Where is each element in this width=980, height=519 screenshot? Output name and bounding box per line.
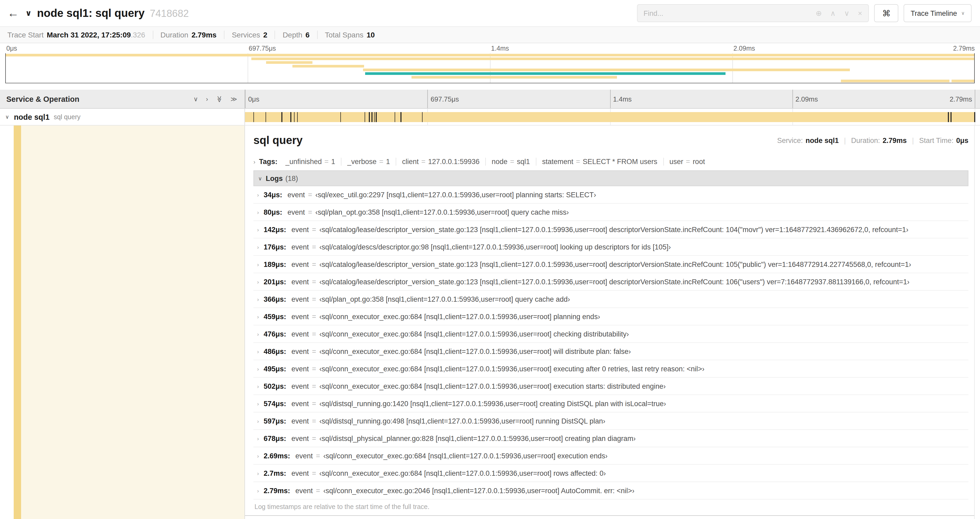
find-input[interactable] [638, 9, 809, 17]
summary-item: Duration2.79ms [161, 30, 224, 39]
tag-key: client [402, 158, 418, 166]
minimap-span [365, 72, 725, 75]
tag-value: 1 [386, 158, 390, 166]
find-nav-controls: ⊕∧∨× [809, 9, 869, 18]
summary-item-value: March 31 2022, 17:25:09 [47, 30, 130, 39]
tag-equals: = [379, 158, 383, 166]
minimap-viewport-handle-left[interactable] [5, 53, 6, 83]
back-button[interactable]: ← [7, 6, 19, 20]
log-entry[interactable]: ›495μs:event=‹sql/conn_executor_exec.go:… [253, 360, 969, 378]
log-expand-icon: › [257, 488, 259, 493]
minimap-scrubber[interactable] [5, 53, 975, 83]
clear-find-icon[interactable]: × [858, 9, 862, 18]
log-marker [265, 112, 266, 122]
expand-one-icon[interactable]: › [206, 95, 208, 102]
tag-item: _verbose=1 [341, 158, 396, 166]
minimap-span [251, 57, 975, 60]
log-field-value: ‹sql/catalog/lease/descriptor_version_st… [319, 278, 909, 286]
log-field-key: event [291, 225, 309, 233]
minimap-viewport-handle-right[interactable] [974, 53, 975, 83]
log-entry[interactable]: ›2.7ms:event=‹sql/conn_executor_exec.go:… [253, 465, 969, 482]
minimap-tick-labels: 0μs697.75μs1.4ms2.09ms2.79ms [5, 44, 975, 53]
meta-value: node sql1 [806, 136, 839, 144]
log-timestamp: 476μs: [264, 330, 286, 338]
prev-match-icon[interactable]: ∧ [830, 9, 836, 18]
log-field-key: event [295, 487, 313, 495]
log-entry[interactable]: ›142μs:event=‹sql/catalog/lease/descript… [253, 221, 969, 238]
log-field-key: event [287, 208, 305, 216]
span-row[interactable]: ∨ node sql1 sql query [0, 109, 980, 126]
log-entry[interactable]: ›502μs:event=‹sql/conn_executor_exec.go:… [253, 378, 969, 395]
trace-minimap: 0μs697.75μs1.4ms2.09ms2.79ms [5, 44, 975, 83]
expand-all-icon[interactable]: ≫ [231, 95, 237, 102]
log-entry[interactable]: ›574μs:event=‹sql/distsql_running.go:142… [253, 395, 969, 412]
span-detail-panel: sql query Service:node sql1|Duration:2.7… [245, 126, 975, 516]
log-entry[interactable]: ›486μs:event=‹sql/conn_executor_exec.go:… [253, 343, 969, 360]
tag-item: node=sql1 [486, 158, 536, 166]
tag-key: user [670, 158, 683, 166]
log-field-key: event [287, 191, 305, 199]
timeline-right-border [974, 126, 975, 519]
log-entry[interactable]: ›476μs:event=‹sql/conn_executor_exec.go:… [253, 326, 969, 343]
span-name-cell[interactable]: ∨ node sql1 sql query [0, 109, 245, 125]
minimap-span [363, 69, 850, 71]
keyboard-shortcuts-button[interactable]: ⌘ [874, 4, 899, 22]
log-marker [282, 112, 282, 122]
span-detail-header: sql query Service:node sql1|Duration:2.7… [253, 129, 969, 153]
trace-page-header: ← ∨ node sql1: sql query7418682 ⊕∧∨× ⌘ T… [0, 0, 980, 27]
log-expand-icon: › [257, 244, 259, 250]
log-field-value: ‹sql/conn_executor_exec.go:684 [nsql1,cl… [319, 365, 705, 373]
meta-value: 2.79ms [883, 136, 907, 144]
tags-expand-icon: › [253, 158, 255, 165]
log-entry[interactable]: ›366μs:event=‹sql/plan_opt.go:358 [nsql1… [253, 291, 969, 308]
log-field-value: ‹sql/conn_executor_exec.go:2046 [nsql1,c… [323, 487, 634, 495]
log-marker [372, 112, 372, 122]
ruler-tick-label: 2.09ms [795, 95, 818, 103]
log-entry[interactable]: ›459μs:event=‹sql/conn_executor_exec.go:… [253, 308, 969, 326]
log-entry[interactable]: ›34μs:event=‹sql/exec_util.go:2297 [nsql… [253, 186, 969, 204]
log-entry[interactable]: ›201μs:event=‹sql/catalog/lease/descript… [253, 273, 969, 291]
log-entry[interactable]: ›80μs:event=‹sql/plan_opt.go:358 [nsql1,… [253, 204, 969, 221]
minimap-tick-label: 2.09ms [732, 45, 755, 52]
log-entry[interactable]: ›176μs:event=‹sql/catalog/descs/descript… [253, 238, 969, 256]
match-highlight-icon[interactable]: ⊕ [816, 9, 822, 18]
logs-list: ›34μs:event=‹sql/exec_util.go:2297 [nsql… [253, 186, 969, 500]
log-expand-icon: › [257, 366, 259, 372]
log-entry[interactable]: ›2.79ms:event=‹sql/conn_executor_exec.go… [253, 482, 969, 500]
minimap-span [292, 65, 364, 67]
span-track[interactable] [245, 109, 980, 125]
trace-view-selector[interactable]: Trace Timeline∨ [904, 4, 972, 22]
tags-accordion[interactable]: › Tags: _unfinished=1_verbose=1client=12… [253, 153, 969, 170]
tag-equals: = [576, 158, 580, 166]
tag-value: root [693, 158, 705, 166]
span-duration-bar[interactable] [245, 112, 975, 122]
log-timestamp: 2.79ms: [264, 487, 290, 495]
log-entry[interactable]: ›2.69ms:event=‹sql/conn_executor_exec.go… [253, 447, 969, 465]
tag-item: statement=SELECT * FROM users [536, 158, 663, 166]
collapse-all-icon[interactable]: ≫ [215, 96, 223, 102]
next-match-icon[interactable]: ∨ [844, 9, 850, 18]
span-collapse-icon[interactable]: ∨ [5, 114, 9, 120]
summary-item: Trace StartMarch 31 2022, 17:25:09.326 [7, 30, 153, 39]
log-field-value: ‹sql/conn_executor_exec.go:684 [nsql1,cl… [319, 347, 631, 355]
log-marker [364, 112, 365, 122]
column-resizer[interactable] [244, 89, 246, 519]
log-entry[interactable]: ›189μs:event=‹sql/catalog/lease/descript… [253, 256, 969, 273]
tags-list: _unfinished=1_verbose=1client=127.0.0.1:… [280, 158, 711, 166]
timeline-ruler[interactable]: 0μs697.75μs1.4ms2.09ms2.79ms [245, 89, 980, 109]
log-entry[interactable]: ›597μs:event=‹sql/distsql_running.go:498… [253, 412, 969, 430]
header-controls: ⊕∧∨× ⌘ Trace Timeline∨ [637, 4, 972, 22]
collapse-one-icon[interactable]: ∨ [193, 95, 198, 102]
log-entry[interactable]: ›678μs:event=‹sql/distsql_physical_plann… [253, 430, 969, 447]
summary-item-suffix: .326 [131, 30, 145, 39]
log-timestamp: 189μs: [264, 260, 286, 268]
tag-equals: = [686, 158, 690, 166]
logs-accordion-header[interactable]: ∨ Logs (18) [253, 170, 969, 186]
logs-count: (18) [285, 174, 298, 182]
log-equals: = [312, 225, 316, 233]
log-equals: = [312, 365, 316, 373]
log-field-value: ‹sql/catalog/descs/descriptor.go:98 [nsq… [319, 243, 671, 251]
trace-collapse-icon[interactable]: ∨ [25, 8, 32, 18]
log-timestamp: 34μs: [264, 191, 282, 199]
log-timestamp: 366μs: [264, 295, 286, 303]
